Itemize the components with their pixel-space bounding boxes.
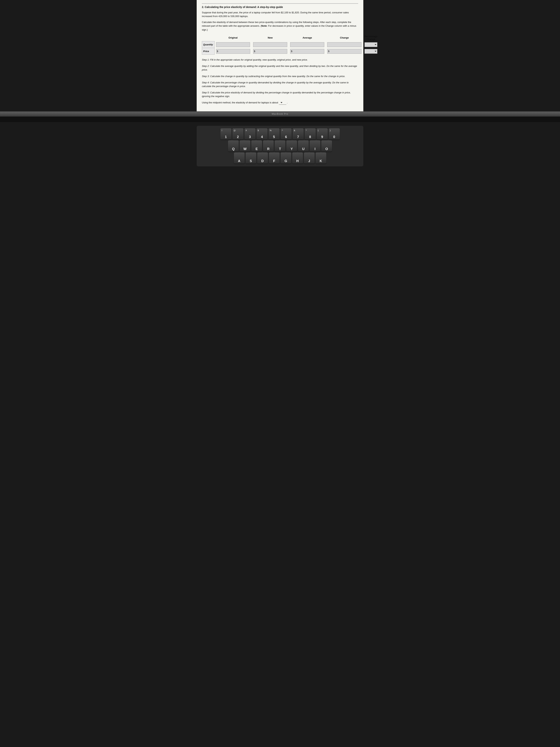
key-u-label: U — [302, 147, 304, 151]
keyboard-row-numbers: ! 1 @ 2 # 3 $ 4 % 5 ^ 6 — [198, 128, 362, 139]
price-new-input[interactable]: $ — [253, 49, 287, 54]
key-e-label: E — [256, 147, 258, 151]
key-1-bottom: 1 — [225, 135, 227, 138]
dollar-sign-1: $ — [216, 50, 219, 53]
key-3-bottom: 3 — [249, 135, 251, 138]
midpoint-prefix: Using the midpoint method, the elasticit… — [202, 101, 278, 104]
midpoint-dropdown[interactable] — [279, 101, 286, 105]
price-change-cell[interactable]: $ — [326, 48, 363, 55]
elasticity-table: Original New Average Change Percentage C… — [202, 34, 379, 55]
key-6-top: ^ — [282, 129, 283, 132]
key-3[interactable]: # 3 — [244, 128, 256, 139]
keyboard-row-asdf: A S D F G H J K — [198, 153, 362, 163]
price-average-field[interactable] — [293, 49, 324, 54]
key-4-top: $ — [258, 129, 259, 132]
quantity-new-input[interactable] — [253, 42, 287, 47]
key-w[interactable]: W — [240, 140, 250, 152]
key-d[interactable]: D — [257, 153, 268, 163]
key-0-top: ) — [330, 129, 331, 132]
step-4-text: Step 4: Calculate the percentage change … — [202, 81, 358, 88]
price-average-cell[interactable]: $ — [289, 48, 326, 55]
key-5-bottom: 5 — [273, 135, 275, 138]
price-average-input[interactable]: $ — [290, 49, 324, 54]
quantity-average-input[interactable] — [290, 42, 324, 47]
key-w-label: W — [243, 147, 247, 151]
price-original-cell[interactable]: $ — [214, 48, 252, 55]
col-header-empty — [202, 34, 215, 41]
key-7-bottom: 7 — [297, 135, 299, 138]
price-new-field[interactable] — [256, 49, 287, 54]
price-new-cell[interactable]: $ — [252, 48, 289, 55]
quantity-average-cell[interactable] — [289, 41, 326, 48]
col-header-change: Change — [326, 34, 363, 41]
key-y-label: Y — [291, 147, 293, 151]
key-a[interactable]: A — [234, 153, 245, 163]
key-h-label: H — [296, 159, 299, 163]
key-o[interactable]: O — [321, 140, 332, 152]
key-5[interactable]: % 5 — [268, 128, 279, 139]
key-u[interactable]: U — [298, 140, 309, 152]
dollar-sign-3: $ — [290, 50, 293, 53]
key-2-bottom: 2 — [237, 135, 239, 138]
key-s-label: S — [250, 159, 252, 163]
key-7[interactable]: & 7 — [293, 128, 304, 139]
key-s[interactable]: S — [245, 153, 256, 163]
key-a-label: A — [238, 159, 240, 163]
key-0[interactable]: ) 0 — [329, 128, 340, 139]
key-j[interactable]: J — [304, 153, 315, 163]
key-1-top: ! — [222, 129, 222, 132]
key-6-bottom: 6 — [285, 135, 287, 138]
key-t[interactable]: T — [275, 140, 285, 152]
quantity-pct-dropdown[interactable] — [365, 42, 377, 47]
key-9-bottom: 9 — [321, 135, 323, 138]
key-9-top: ( — [318, 129, 319, 132]
quantity-change-input[interactable] — [327, 42, 361, 47]
key-2-top: @ — [234, 129, 236, 132]
quantity-pct-cell[interactable] — [363, 41, 379, 48]
dollar-sign-4: $ — [327, 50, 330, 53]
key-8[interactable]: * 8 — [304, 128, 316, 139]
key-8-bottom: 8 — [309, 135, 311, 138]
key-i-label: I — [315, 147, 315, 151]
key-0-bottom: 0 — [333, 135, 335, 138]
price-pct-arrow-icon — [375, 51, 376, 52]
key-4[interactable]: $ 4 — [257, 128, 268, 139]
key-i[interactable]: I — [310, 140, 320, 152]
row-label-quantity: Quantity — [202, 41, 215, 48]
quantity-original-input[interactable] — [216, 42, 250, 47]
key-2[interactable]: @ 2 — [233, 128, 243, 139]
key-e[interactable]: E — [251, 140, 262, 152]
key-5-top: % — [270, 129, 272, 132]
key-f[interactable]: F — [269, 153, 279, 163]
price-original-input[interactable]: $ — [216, 49, 250, 54]
quantity-new-cell[interactable] — [252, 41, 289, 48]
dollar-sign-2: $ — [254, 50, 256, 53]
key-9[interactable]: ( 9 — [317, 128, 328, 139]
step-5-text: Step 5: Calculate the price elasticity o… — [202, 91, 358, 98]
price-original-field[interactable] — [219, 49, 250, 54]
quantity-change-cell[interactable] — [326, 41, 363, 48]
key-6[interactable]: ^ 6 — [281, 128, 292, 139]
price-change-input[interactable]: $ — [327, 49, 361, 54]
key-g[interactable]: G — [281, 153, 291, 163]
table-row-price: Price $ $ $ — [202, 48, 379, 55]
problem-intro: Suppose that during the past year, the p… — [202, 11, 358, 18]
price-pct-dropdown[interactable] — [365, 49, 377, 54]
key-8-top: * — [306, 129, 307, 132]
key-t-label: T — [279, 147, 281, 151]
key-h[interactable]: H — [292, 153, 303, 163]
price-pct-cell[interactable] — [363, 48, 379, 55]
key-g-label: G — [285, 159, 287, 163]
key-q[interactable]: Q — [228, 140, 239, 152]
macbook-brand-label: MacBook Pro — [272, 112, 288, 115]
price-change-field[interactable] — [330, 49, 361, 54]
col-header-pct: Percentage Change — [363, 34, 379, 41]
key-1[interactable]: ! 1 — [220, 128, 232, 139]
key-r[interactable]: R — [263, 140, 274, 152]
step-3-text: Step 3: Calculate the change in quantity… — [202, 75, 358, 78]
key-y[interactable]: Y — [286, 140, 297, 152]
quantity-original-cell[interactable] — [214, 41, 252, 48]
bezel-gap — [0, 117, 560, 122]
key-k[interactable]: K — [316, 153, 326, 163]
midpoint-text: Using the midpoint method, the elasticit… — [202, 101, 358, 105]
